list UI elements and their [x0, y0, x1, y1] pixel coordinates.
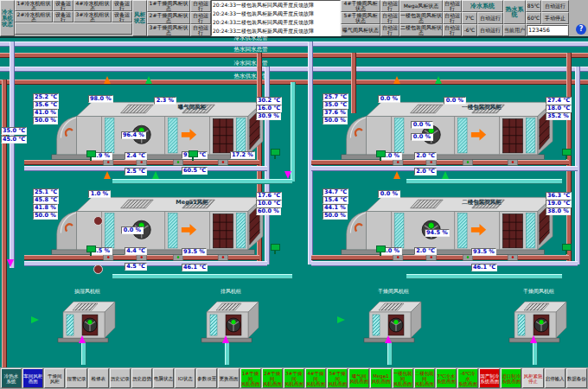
btn-computer-status[interactable]: 电脑状态	[153, 368, 174, 388]
ahu-status: 自动运行	[190, 0, 211, 12]
valve-icon[interactable]	[562, 149, 572, 156]
chiller-name: 1#冷水机组状态	[15, 0, 53, 11]
cold-water-title: 冷水系统	[462, 0, 503, 12]
help-icon[interactable]: ?	[576, 24, 586, 35]
valve-icon[interactable]	[271, 244, 280, 251]
value-display: 1.0 %	[88, 190, 111, 198]
current-user-input[interactable]	[527, 25, 568, 35]
valve-icon[interactable]	[376, 246, 386, 252]
btn-mega1-fan-screen[interactable]: Mega1 风机画面	[370, 368, 391, 388]
ahu-status: 自动运行	[380, 0, 399, 12]
supply-up-arrow-icon	[435, 76, 442, 84]
valve-icon[interactable]	[189, 150, 198, 157]
btn-imported-refrigeration-screen[interactable]: 进口制冷 系统画面	[501, 368, 521, 388]
value-display: 60.0 %	[256, 207, 281, 215]
btn-dry4-fan-screen[interactable]: 4#干燥间 风机画面	[305, 368, 326, 388]
btn-floor2-packing-fan-screen[interactable]: 二楼包装间 风机画面	[414, 368, 435, 388]
small-fan-unit-3[interactable]: 干燥间风机组	[346, 287, 441, 354]
exhaust-up-arrow-icon	[104, 76, 111, 84]
value-display: 36.3 ℃	[546, 192, 572, 200]
ahu-unit-erlou-baozhuang[interactable]: 二楼包装间风柜 34.7 ℃ 15.4 ℃ 44.1 % 50.0 % 0.0 …	[314, 180, 588, 277]
cold-water-status: 自动运行	[477, 12, 503, 24]
btn-change-screen[interactable]: 更换画面	[218, 368, 239, 388]
value-display: 37.6 %	[323, 109, 348, 117]
chiller-status-grid: 1#冷水机组状态 设备运行 4#冷水机组状态 设备运行 2#冷水机组状态 设备运…	[15, 0, 132, 36]
value-display: 17.6 ℃	[256, 192, 282, 200]
alarm-message: 二楼包装风柜回风阀开度反馈故障	[236, 18, 340, 27]
small-fan-unit-4[interactable]: 干燥间风机组	[491, 287, 586, 354]
ahu-status: 自动运行	[190, 12, 211, 24]
ahu-name: Mega风柜状态	[399, 0, 443, 12]
ahu-status: 自动运行	[443, 12, 462, 24]
value-display: 4.5 ℃	[125, 263, 147, 271]
value-display: 0.0 %	[121, 226, 144, 234]
alarm-row: 20:24:33 二楼包装风柜新风阀开度反馈故障	[212, 27, 340, 35]
bottom-toolbar: 冷热水 系统 车间风柜 画面 干燥间 风柜 报警记录 检修表 历史记录 历史趋势…	[0, 367, 588, 389]
chiller-name: 4#冷水机组状态	[74, 0, 112, 11]
valve-icon[interactable]	[271, 149, 280, 156]
value-display: 2.0 ℃	[414, 247, 437, 255]
valve-icon[interactable]	[86, 246, 96, 252]
alarm-time: 20:24:33	[212, 18, 236, 27]
alarm-row: 20:24:33 一楼包装风柜新风阀开度反馈故障	[212, 10, 340, 18]
btn-hot-cold-water-system[interactable]: 冷热水 系统	[1, 368, 22, 388]
value-display: 0.0 %	[378, 95, 400, 103]
btn-data-backup[interactable]: 数据备份	[566, 368, 587, 388]
btn-minus6c-cold-water-screen[interactable]: -6℃冷水 系统画面	[457, 368, 478, 388]
btn-maintenance-table[interactable]: 检修表	[88, 368, 109, 388]
ahu-name: 2#干燥间风柜状态	[147, 12, 190, 24]
btn-dry5-fan-screen[interactable]: 5#干燥间 风机画面	[327, 368, 348, 388]
ahu-title: 二楼包装间风柜	[442, 199, 521, 207]
btn-drying-room-ahu[interactable]: 干燥间 风柜	[44, 368, 65, 388]
btn-aeration-fan-screen[interactable]: 曝气间 风机画面	[348, 368, 369, 388]
btn-dry2-fan-screen[interactable]: 2#干燥间 风机画面	[262, 368, 283, 388]
btn-domestic-refrigeration-screen[interactable]: 国产制冷 系统画面	[479, 368, 500, 388]
alarm-row: 20:24:33 二楼包装风柜回风阀开度反馈故障	[212, 18, 340, 27]
ahu-status: 自动运行	[443, 0, 462, 12]
inflow-right-arrow-icon	[337, 316, 345, 323]
btn-floor1-packing-fan-screen[interactable]: 一楼包装间 风机画面	[393, 368, 413, 388]
btn-dry1-fan-screen[interactable]: 1#干燥间 风机画面	[240, 368, 261, 388]
alarm-message: 一楼包装风柜回风阀开度反馈故障	[236, 1, 340, 10]
pump-icon[interactable]	[93, 216, 103, 226]
btn-io-status[interactable]: IO状态	[175, 368, 195, 388]
valve-icon[interactable]	[562, 244, 572, 251]
btn-start-stop-input[interactable]: 启停输入	[545, 368, 566, 388]
chiller-status: 设备运行	[53, 0, 74, 11]
ahu-title: Mega1风柜	[152, 199, 232, 207]
ahu-unit-mega1[interactable]: Mega1风柜 25.1 ℃ 45.8 ℃ 41.8 % 50.0 % 1.0 …	[24, 180, 314, 277]
btn-dry3-fan-screen[interactable]: 3#干燥间 风机画面	[284, 368, 304, 388]
btn-alarm-log[interactable]: 报警记录	[66, 368, 86, 388]
ahu-unit-yilou-baozhuang[interactable]: 一楼包装间风柜 25.7 ℃ 35.0 ℃ 37.6 % 50.0 % 0.0 …	[314, 85, 588, 182]
ahu-name: 二楼包装间风柜状态	[399, 24, 443, 36]
valve-icon[interactable]	[376, 150, 386, 157]
btn-7c-cold-water-screen[interactable]: 7℃冷水 系统画面	[436, 368, 457, 388]
value-display: 25.2 ℃	[33, 93, 59, 101]
btn-workshop-ahu-screen[interactable]: 车间风柜 画面	[22, 368, 43, 388]
value-display: 94.5 %	[425, 229, 450, 237]
btn-history-trend[interactable]: 历史趋势	[131, 368, 152, 388]
value-display: 50.0 %	[33, 212, 58, 220]
valve-icon[interactable]	[86, 150, 96, 157]
small-fan-unit-1[interactable]: 抽湿风机组	[40, 287, 135, 354]
flow-down-arrow-icon	[284, 171, 291, 179]
pump-icon[interactable]	[93, 265, 103, 274]
alarm-time: 20:24:33	[212, 10, 236, 18]
alarm-time: 20:24:33	[212, 1, 236, 10]
btn-parameter-settings[interactable]: 参数设置	[196, 368, 217, 388]
alarm-message: 一楼包装风柜新风阀开度反馈故障	[236, 10, 340, 18]
value-display: 4.4 ℃	[125, 247, 147, 255]
ahu-unit-baoqijian[interactable]: 曝气间风柜 25.2 ℃ 35.6 ℃ 41.0 % 50.0 % 98.0 %…	[24, 85, 314, 182]
small-fan-unit-2[interactable]: 排风机组	[183, 287, 278, 354]
chiller-name: 3#冷水机组状态	[74, 11, 112, 22]
value-display: 2.4 ℃	[125, 152, 147, 160]
btn-history-log[interactable]: 历史记录	[110, 368, 131, 388]
ahu-status: 自动运行	[380, 12, 399, 24]
fan-unit-drawing	[196, 295, 265, 348]
value-display: 60.5 ℃	[182, 167, 208, 175]
hot-water-status: 自动运行	[541, 0, 569, 12]
value-display: 16.0 ℃	[256, 105, 282, 112]
supply-up-arrow-icon	[442, 171, 449, 179]
btn-ahu-emergency-stop[interactable]: 风柜紧急 停止	[522, 368, 543, 388]
spacer-cell	[15, 22, 132, 35]
